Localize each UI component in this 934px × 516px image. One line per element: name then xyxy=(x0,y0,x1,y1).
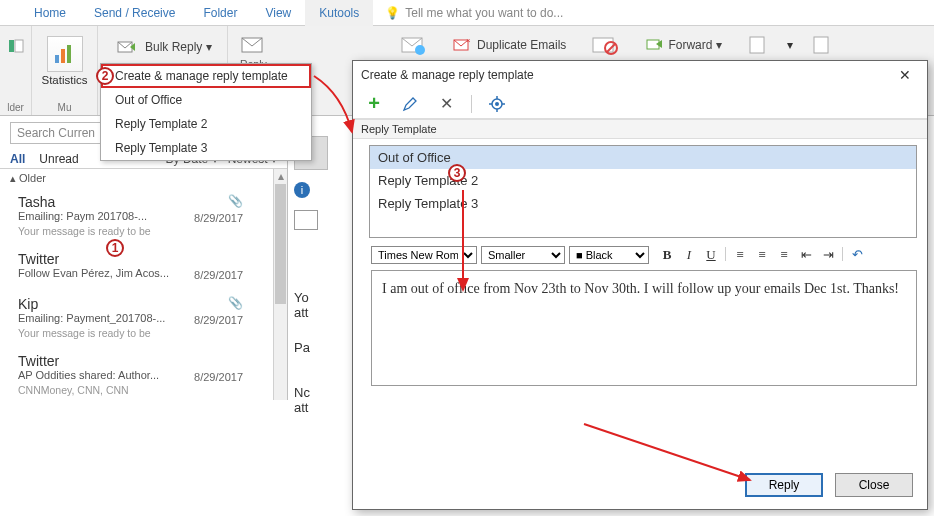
envelope-icon-1[interactable] xyxy=(400,34,428,56)
italic-button[interactable]: I xyxy=(681,247,697,263)
message-item[interactable]: Twitter AP Oddities shared: Author... 8/… xyxy=(0,347,273,400)
statistics-label: Statistics xyxy=(41,74,87,86)
svg-rect-17 xyxy=(750,37,764,53)
size-select[interactable]: Smaller xyxy=(481,246,565,264)
svg-rect-18 xyxy=(814,37,828,53)
create-template-dialog: Create & manage reply template ✕ + ✕ Rep… xyxy=(352,60,928,510)
delete-template-button[interactable]: ✕ xyxy=(435,93,457,115)
svg-rect-3 xyxy=(61,49,65,63)
left-pane-icon[interactable] xyxy=(8,38,24,54)
dropdown-item-create-template[interactable]: Create & manage reply template xyxy=(101,64,311,88)
attachment-icon: 📎 xyxy=(228,296,243,310)
tell-me-bulb-icon: 💡 xyxy=(385,6,400,20)
indent-button[interactable]: ⇥ xyxy=(820,247,836,263)
align-right-button[interactable]: ≡ xyxy=(776,247,792,263)
bold-button[interactable]: B xyxy=(659,247,675,263)
duplicate-emails-button[interactable]: ×Duplicate Emails xyxy=(446,34,573,56)
dropdown-item-out-of-office[interactable]: Out of Office xyxy=(101,88,311,112)
message-item[interactable]: Twitter Follow Evan Pérez, Jim Acos... 8… xyxy=(0,245,273,290)
forward-button[interactable]: Forward▾ xyxy=(639,35,729,55)
filter-all[interactable]: All xyxy=(10,152,25,166)
tab-folder[interactable]: Folder xyxy=(189,0,251,26)
reply-icon[interactable] xyxy=(238,32,268,58)
settings-button[interactable] xyxy=(486,93,508,115)
svg-text:×: × xyxy=(466,37,471,45)
tab-kutools[interactable]: Kutools xyxy=(305,0,373,26)
align-center-button[interactable]: ≡ xyxy=(754,247,770,263)
statistics-icon[interactable] xyxy=(47,36,83,72)
annotation-1: 1 xyxy=(106,239,124,257)
add-template-button[interactable]: + xyxy=(363,93,385,115)
message-item[interactable]: Tasha Emailing: Paym 201708-... 8/29/201… xyxy=(0,188,273,245)
tab-home[interactable]: Home xyxy=(20,0,80,26)
svg-point-10 xyxy=(415,45,425,55)
tab-view[interactable]: View xyxy=(251,0,305,26)
section-label: Reply Template xyxy=(353,119,927,139)
block-icon[interactable] xyxy=(591,34,621,56)
group-older[interactable]: ▴ Older xyxy=(0,169,273,188)
dropdown-item-template-2[interactable]: Reply Template 2 xyxy=(101,112,311,136)
undo-button[interactable]: ↶ xyxy=(849,247,865,263)
svg-rect-4 xyxy=(67,45,71,63)
bulk-reply-icon xyxy=(113,35,141,59)
dialog-title: Create & manage reply template xyxy=(361,68,534,82)
filter-unread[interactable]: Unread xyxy=(39,152,78,166)
tell-me[interactable]: 💡Tell me what you want to do... xyxy=(373,6,563,20)
svg-rect-0 xyxy=(9,40,14,52)
dropdown-item-template-3[interactable]: Reply Template 3 xyxy=(101,136,311,160)
color-select[interactable]: ■ Black xyxy=(569,246,649,264)
edit-template-button[interactable] xyxy=(399,93,421,115)
font-select[interactable]: Times New Roman xyxy=(371,246,477,264)
svg-point-20 xyxy=(495,102,499,106)
info-icon: i xyxy=(294,182,310,198)
scrollbar[interactable]: ▴ xyxy=(273,169,287,400)
attachment-icon: 📎 xyxy=(228,194,243,208)
dialog-close-button[interactable]: ✕ xyxy=(891,67,919,83)
reply-button[interactable]: Reply xyxy=(745,473,823,497)
annotation-3: 3 xyxy=(448,164,466,182)
annotation-2: 2 xyxy=(96,67,114,85)
ribbon-dropdown-1[interactable]: ▾ xyxy=(787,38,793,52)
svg-rect-2 xyxy=(55,55,59,63)
ribbon-misc-icon[interactable] xyxy=(811,35,833,55)
template-row[interactable]: Reply Template 3 xyxy=(370,192,916,215)
tab-send-receive[interactable]: Send / Receive xyxy=(80,0,189,26)
template-editor[interactable]: I am out of office from Nov 23th to Nov … xyxy=(371,270,917,386)
underline-button[interactable]: U xyxy=(703,247,719,263)
folder-group-label: lder xyxy=(7,102,24,113)
bulk-reply-dropdown: Create & manage reply template Out of Of… xyxy=(100,63,312,161)
outdent-button[interactable]: ⇤ xyxy=(798,247,814,263)
close-button[interactable]: Close xyxy=(835,473,913,497)
ribbon-file-icon[interactable] xyxy=(747,35,769,55)
bulk-reply-button[interactable]: Bulk Reply▾ xyxy=(106,32,219,62)
align-left-button[interactable]: ≡ xyxy=(732,247,748,263)
svg-rect-1 xyxy=(15,40,23,52)
template-list: Out of Office Reply Template 2 Reply Tem… xyxy=(369,145,917,238)
message-item[interactable]: Kip Emailing: Payment_201708-... 8/29/20… xyxy=(0,290,273,347)
